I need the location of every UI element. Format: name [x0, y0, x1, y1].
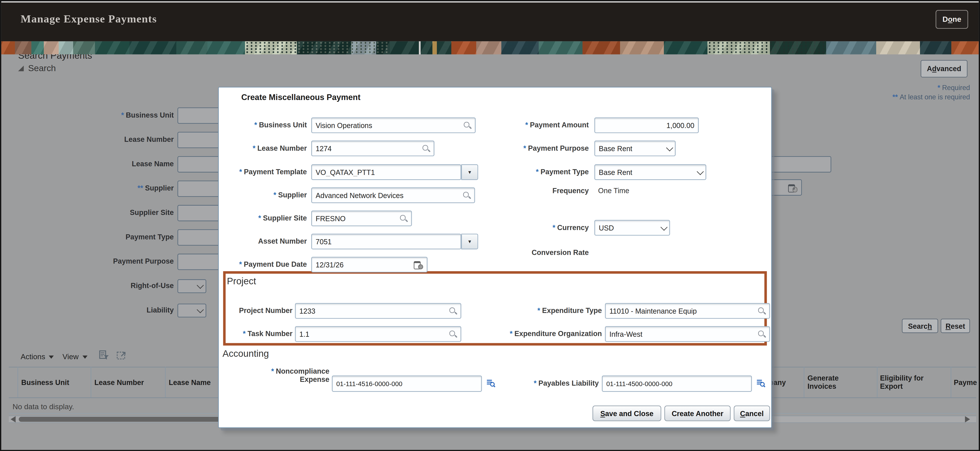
- payment-type-select[interactable]: Base Rent: [594, 164, 706, 180]
- column-header-lease-name[interactable]: Lease Name: [169, 379, 211, 387]
- page-header: Manage Expense Payments Done: [2, 2, 979, 41]
- search-select-liability[interactable]: [177, 303, 206, 318]
- table-divider: [877, 367, 878, 397]
- create-another-button[interactable]: Create Another: [664, 405, 730, 421]
- search-select-right-of-use[interactable]: [177, 279, 206, 293]
- search-label-lease-name: Lease Name: [0, 160, 174, 168]
- table-divider: [804, 367, 804, 397]
- search-icon[interactable]: [463, 191, 471, 199]
- label-lease-number: *Lease Number: [219, 144, 307, 152]
- frequency-value: One Time: [598, 187, 629, 194]
- calendar-clock-icon[interactable]: [414, 260, 423, 269]
- actions-menu[interactable]: Actions: [21, 353, 54, 361]
- chevron-down-icon: [660, 223, 668, 230]
- column-header-payment[interactable]: Payme: [954, 379, 980, 387]
- search-label-supplier: **Supplier: [0, 184, 174, 192]
- payables-liability-input[interactable]: 01-111-4500-0000-000: [602, 376, 752, 392]
- column-header-generate-invoices[interactable]: Generate Invoices: [808, 374, 846, 391]
- search-label-lease-number: Lease Number: [0, 136, 174, 143]
- table-divider: [18, 367, 18, 397]
- chevron-down-icon: [697, 168, 704, 175]
- search-icon[interactable]: [422, 144, 430, 152]
- payment-amount-input[interactable]: 1,000.00: [594, 118, 698, 133]
- label-payment-template: *Payment Template: [219, 168, 307, 176]
- label-asset-number: Asset Number: [219, 237, 307, 245]
- project-number-input[interactable]: 1233: [295, 303, 461, 319]
- dialog-title: Create Miscellaneous Payment: [241, 92, 360, 102]
- account-flexfield-icon[interactable]: [756, 379, 766, 388]
- reset-button[interactable]: Reset: [941, 319, 970, 333]
- column-header-lease-number[interactable]: Lease Number: [94, 379, 144, 387]
- table-divider: [951, 367, 951, 397]
- query-by-example-icon[interactable]: [99, 350, 110, 360]
- calendar-clock-icon[interactable]: [788, 183, 797, 192]
- chevron-down-icon: [666, 144, 673, 151]
- search-expander[interactable]: Search: [18, 63, 56, 73]
- column-header-business-unit[interactable]: Business Unit: [21, 379, 69, 387]
- app-window: Manage Expense Payments Done Search Paym…: [0, 0, 980, 451]
- label-conversion-rate: Conversion Rate: [431, 249, 589, 256]
- payment-due-date-input[interactable]: 12/31/26: [311, 257, 428, 272]
- cancel-button[interactable]: Cancel: [733, 405, 770, 421]
- at-least-one-required-note: **At least one is required: [892, 93, 970, 101]
- scroll-left-arrow[interactable]: [11, 416, 16, 422]
- asset-number-dropdown-button[interactable]: ▼: [461, 233, 478, 249]
- expenditure-organization-input[interactable]: Infra-West: [605, 326, 770, 341]
- asset-number-input[interactable]: 7051: [311, 233, 461, 249]
- screenshot-stage: Manage Expense Payments Done Search Paym…: [0, 0, 980, 451]
- search-button[interactable]: Search: [902, 319, 938, 333]
- supplier-site-input[interactable]: FRESNO: [311, 211, 412, 226]
- payment-purpose-select[interactable]: Base Rent: [594, 141, 675, 156]
- advanced-button[interactable]: Advanced: [921, 60, 967, 78]
- chevron-down-icon: [197, 306, 204, 313]
- search-label-supplier-site: Supplier Site: [0, 209, 174, 216]
- scroll-right-arrow[interactable]: [965, 416, 970, 422]
- label-business-unit: *Business Unit: [219, 121, 307, 129]
- search-icon[interactable]: [757, 307, 766, 315]
- window-top-edge: [2, 2, 979, 3]
- banner-speckle: [245, 41, 390, 54]
- label-supplier-site: *Supplier Site: [219, 214, 307, 222]
- search-icon[interactable]: [449, 307, 457, 315]
- column-header-eligibility-for-export[interactable]: Eligibility for Export: [880, 374, 930, 391]
- search-label-liability: Liability: [0, 306, 174, 314]
- label-payables-liability: *Payables Liability: [488, 379, 599, 387]
- label-payment-purpose: *Payment Purpose: [431, 144, 589, 152]
- payment-template-input[interactable]: VO_QATAX_PTT1: [311, 164, 461, 180]
- banner-speckle: [297, 41, 390, 54]
- label-payment-due-date: *Payment Due Date: [219, 260, 307, 268]
- search-label-payment-purpose: Payment Purpose: [0, 257, 174, 265]
- search-label-right-of-use: Right-of-Use: [0, 282, 174, 289]
- accounting-section-heading: Accounting: [223, 348, 269, 359]
- required-note: *Required: [937, 84, 970, 91]
- lease-number-input[interactable]: 1274: [311, 141, 434, 156]
- search-label-business-unit: *Business Unit: [0, 111, 174, 119]
- label-currency: *Currency: [431, 224, 589, 231]
- menu-arrow-icon: [49, 355, 54, 358]
- detach-icon[interactable]: [116, 350, 127, 360]
- table-divider: [91, 367, 91, 397]
- table-divider: [165, 367, 165, 397]
- currency-select[interactable]: USD: [594, 220, 670, 236]
- done-button[interactable]: Done: [935, 10, 968, 29]
- label-supplier: *Supplier: [219, 191, 307, 199]
- search-label-payment-type: Payment Type: [0, 233, 174, 241]
- page-title: Manage Expense Payments: [21, 13, 157, 25]
- search-icon[interactable]: [449, 330, 457, 338]
- banner-speckle: [708, 41, 826, 54]
- search-icon[interactable]: [463, 121, 471, 129]
- save-and-close-button[interactable]: Save and Close: [592, 405, 661, 421]
- noncompliance-expense-input[interactable]: 01-111-4516-0000-000: [332, 376, 482, 392]
- business-unit-input[interactable]: Vision Operations: [311, 118, 476, 133]
- decorative-banner: [2, 41, 979, 54]
- search-icon[interactable]: [757, 330, 766, 338]
- supplier-input[interactable]: Advanced Network Devices: [311, 187, 475, 203]
- search-icon[interactable]: [399, 214, 407, 222]
- task-number-input[interactable]: 1.1: [295, 326, 461, 341]
- create-miscellaneous-payment-dialog: Create Miscellaneous Payment *Business U…: [218, 87, 772, 428]
- expander-triangle-icon: [18, 65, 24, 71]
- label-noncompliance-expense: *NoncomplianceExpense: [219, 367, 329, 384]
- chevron-down-icon: [197, 282, 204, 289]
- view-menu[interactable]: View: [62, 353, 88, 361]
- expenditure-type-input[interactable]: 11010 - Maintenance Equip: [605, 303, 770, 319]
